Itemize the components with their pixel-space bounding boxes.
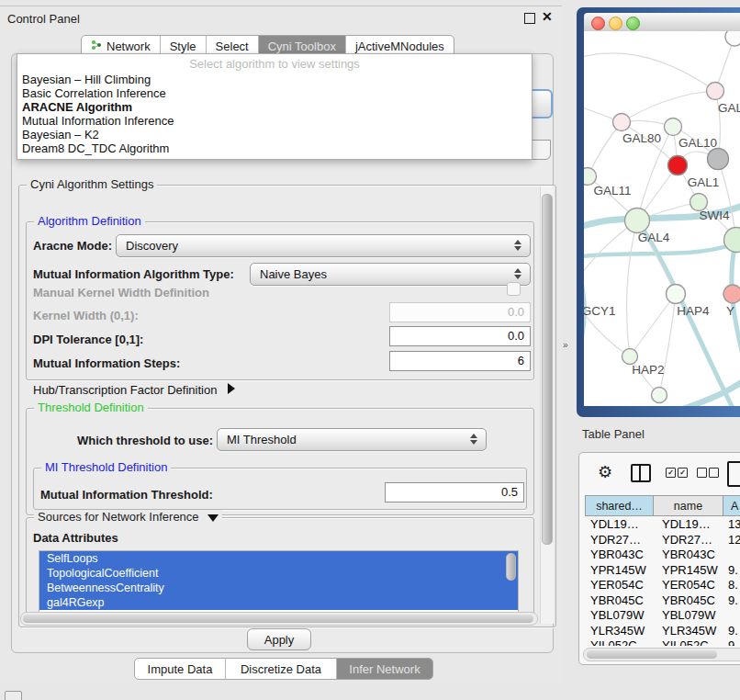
deselect-all-icon[interactable]	[697, 468, 707, 478]
hub-definition-disclosure[interactable]: Hub/Transcription Factor Definition	[33, 383, 235, 397]
table-panel: ⚙ ✓ ✓ shared… name A YDL19…YDL19…13 YDR2…	[578, 452, 740, 665]
manual-kernel-checkbox[interactable]	[507, 282, 521, 296]
node-partial-bottom	[652, 388, 667, 403]
table-row[interactable]: YLR345WYLR345W9.	[585, 624, 740, 639]
list-item[interactable]: TopologicalCoefficient	[39, 566, 518, 581]
table-rows: YDL19…YDL19…13 YDR27…YDR27…12 YBR043CYBR…	[585, 517, 740, 646]
node-label: GAL4	[638, 231, 670, 244]
collapsed-panel-icon[interactable]	[5, 691, 22, 700]
list-scrollbar-thumb[interactable]	[506, 553, 516, 581]
aracne-mode-combo[interactable]: Discovery	[116, 234, 531, 257]
mi-threshold-field[interactable]: 0.5	[385, 482, 524, 502]
screenshot-root: Control Panel ✕ Network Style Select Cyn…	[0, 0, 740, 700]
disclosure-down-icon	[207, 514, 219, 522]
dpi-tolerance-label: DPI Tolerance [0,1]:	[33, 333, 143, 346]
column-header-shared[interactable]: shared…	[585, 495, 654, 516]
table-row[interactable]: YPR145WYPR145W9.	[585, 563, 740, 579]
tab-impute-data[interactable]: Impute Data	[135, 659, 226, 679]
list-item[interactable]: SelfLoops	[39, 551, 518, 566]
table-panel-title: Table Panel	[582, 427, 645, 441]
settings-scrollbar-track[interactable]	[540, 186, 554, 624]
split-columns-icon[interactable]	[631, 464, 651, 482]
kernel-width-label: Kernel Width (0,1):	[33, 309, 139, 322]
dropdown-item[interactable]: Basic Correlation Inference	[22, 86, 166, 100]
disclosure-right-icon	[228, 383, 235, 394]
node-red-gal1	[668, 156, 688, 175]
column-header-partial[interactable]: A	[723, 495, 740, 516]
export-table-icon[interactable]	[727, 461, 740, 487]
mi-type-combo[interactable]: Naive Bayes	[250, 263, 531, 286]
select-all-icon-2[interactable]: ✓	[678, 468, 688, 478]
settings-scrollbar-thumb[interactable]	[542, 194, 553, 545]
sources-group-title[interactable]: Sources for Network Inference	[34, 510, 222, 524]
node-gal11	[584, 168, 597, 186]
threshold-definition-title: Threshold Definition	[34, 401, 148, 414]
table-hscrollbar-thumb[interactable]	[587, 650, 717, 659]
algorithm-dropdown-popup: Select algorithm to view settings Bayesi…	[17, 53, 533, 160]
splitter-handle[interactable]: »	[563, 340, 568, 350]
mi-type-label: Mutual Information Algorithm Type:	[33, 267, 234, 281]
gear-icon[interactable]: ⚙	[598, 462, 612, 482]
table-row[interactable]: YDL19…YDL19…13	[585, 517, 740, 533]
mi-threshold-label: Mutual Information Threshold:	[40, 488, 213, 502]
table-row[interactable]: YBR045CYBR045C9.	[585, 593, 740, 609]
node-hap2	[622, 349, 638, 365]
node-label: GAL	[718, 101, 740, 115]
dropdown-item[interactable]: Mutual Information Inference	[22, 114, 174, 128]
mi-threshold-group-title: MI Threshold Definition	[41, 460, 171, 474]
float-window-icon[interactable]	[524, 13, 535, 24]
node-label: HAP4	[677, 304, 710, 318]
dpi-tolerance-field[interactable]: 0.0	[389, 326, 531, 346]
close-icon[interactable]: ✕	[542, 9, 553, 24]
node-gal-pink	[707, 83, 724, 100]
node-salmon	[723, 285, 740, 303]
table-row[interactable]: YBL079WYBL079W	[585, 608, 740, 624]
settings-hscrollbar-thumb[interactable]	[23, 615, 533, 623]
node-label: Y	[726, 304, 734, 318]
mi-steps-label: Mutual Information Steps:	[33, 356, 180, 370]
node-label: SWI4	[699, 209, 729, 222]
combo-arrows-icon	[514, 268, 521, 279]
combo-arrows-icon	[514, 240, 521, 251]
table-row[interactable]: YER054CYER054C8.	[585, 578, 740, 593]
column-header-name[interactable]: name	[653, 495, 723, 516]
node-label: HAP2	[632, 363, 664, 377]
mi-steps-field[interactable]: 6	[389, 351, 531, 371]
dropdown-item[interactable]: Dream8 DC_TDC Algorithm	[22, 141, 169, 155]
node-label: GAL11	[593, 184, 631, 198]
dropdown-item[interactable]: Bayesian – K2	[22, 128, 99, 141]
node-label: GAL10	[678, 136, 717, 150]
node-gal10	[665, 119, 682, 136]
tab-infer-network[interactable]: Infer Network	[337, 659, 432, 679]
close-traffic-icon[interactable]	[591, 17, 605, 30]
node-label: GCY1	[584, 304, 615, 318]
network-canvas[interactable]: GAL GAL80 GAL10 GAL1 GAL11 SWI4 GAL4 GCY…	[584, 31, 740, 406]
table-row[interactable]: YIL052CYIL052C9.	[585, 638, 740, 646]
node-partial-top	[725, 31, 740, 46]
table-hscrollbar-track[interactable]	[583, 648, 740, 661]
dropdown-item-selected[interactable]: ARACNE Algorithm	[22, 100, 132, 114]
which-threshold-combo[interactable]: MI Threshold	[217, 428, 487, 451]
deselect-all-icon-2[interactable]	[709, 468, 719, 478]
settings-hscrollbar-track[interactable]	[20, 612, 538, 626]
table-row[interactable]: YDR27…YDR27…12	[585, 533, 740, 548]
manual-kernel-label: Manual Kernel Width Definition	[33, 286, 209, 299]
zoom-traffic-icon[interactable]	[626, 17, 640, 30]
tab-discretize-data[interactable]: Discretize Data	[226, 659, 337, 679]
data-attributes-list[interactable]: SelfLoops TopologicalCoefficient Between…	[39, 550, 519, 613]
algorithm-definition-title: Algorithm Definition	[34, 214, 145, 228]
table-row[interactable]: YBR043CYBR043C	[585, 548, 740, 563]
network-window-titlebar[interactable]	[584, 13, 740, 31]
apply-button[interactable]: Apply	[247, 628, 311, 650]
dropdown-placeholder: Select algorithm to view settings	[17, 57, 532, 71]
node-gal80	[613, 114, 631, 131]
which-threshold-label: Which threshold to use:	[77, 434, 213, 447]
aracne-mode-label: Aracne Mode:	[33, 239, 112, 253]
select-all-icon[interactable]: ✓	[666, 468, 676, 478]
node-gal4	[625, 209, 650, 233]
bottom-tabbar: Impute Data Discretize Data Infer Networ…	[134, 658, 433, 680]
list-item[interactable]: gal4RGexp	[39, 595, 518, 610]
list-item[interactable]: BetweennessCentrality	[39, 581, 518, 595]
minimize-traffic-icon[interactable]	[609, 17, 622, 30]
dropdown-item[interactable]: Bayesian – Hill Climbing	[22, 73, 151, 86]
